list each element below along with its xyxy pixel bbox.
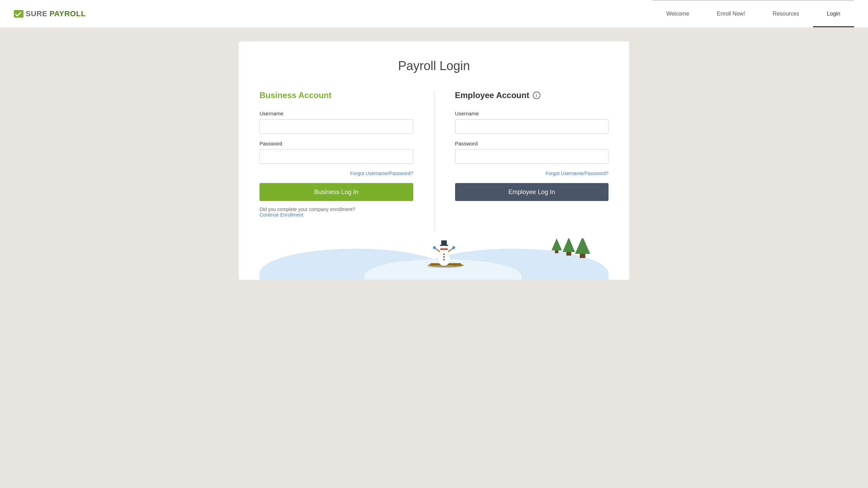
business-password-label: Password (260, 141, 413, 146)
employee-password-input[interactable] (455, 149, 609, 164)
svg-marker-22 (551, 238, 562, 250)
business-account-title: Business Account (260, 90, 413, 100)
nav-welcome[interactable]: Welcome (652, 0, 703, 27)
employee-username-group: Username (455, 111, 609, 134)
nav-login[interactable]: Login (813, 0, 854, 27)
page-title: Payroll Login (260, 59, 608, 73)
business-password-group: Password (260, 141, 413, 164)
employee-forgot-link[interactable]: Forgot Username/Password? (455, 171, 609, 176)
employee-info-icon[interactable]: i (533, 92, 540, 99)
svg-rect-9 (441, 240, 447, 245)
employee-username-input[interactable] (455, 119, 609, 134)
svg-rect-23 (555, 250, 558, 253)
employee-account-column: Employee Account i Username Password For… (434, 90, 609, 231)
business-username-label: Username (260, 111, 413, 116)
svg-rect-25 (566, 252, 571, 256)
business-username-input[interactable] (260, 119, 413, 134)
nav-resources[interactable]: Resources (759, 0, 813, 27)
svg-point-11 (442, 244, 443, 245)
employee-account-title: Employee Account i (455, 90, 609, 100)
svg-marker-26 (575, 238, 590, 254)
employee-password-label: Password (455, 141, 609, 146)
svg-point-21 (452, 246, 455, 249)
main-nav: Welcome Enroll Now! Resources Login (652, 0, 854, 27)
svg-point-17 (443, 259, 445, 260)
logo: SUREPAYROLL (14, 9, 86, 18)
logo-icon (14, 10, 23, 18)
winter-scene (260, 238, 608, 280)
svg-rect-14 (440, 248, 448, 250)
page-background: Payroll Login Business Account Username … (0, 28, 868, 280)
svg-marker-24 (563, 238, 575, 252)
business-password-input[interactable] (260, 149, 413, 164)
business-forgot-link[interactable]: Forgot Username/Password? (260, 171, 413, 176)
trees-area (550, 238, 591, 261)
svg-point-16 (443, 256, 445, 258)
logo-sure: SURE (26, 9, 47, 18)
snowman-sled (425, 238, 470, 269)
business-login-button[interactable]: Business Log In (260, 183, 413, 201)
svg-point-20 (433, 246, 436, 249)
login-columns: Business Account Username Password Forgo… (260, 90, 608, 231)
employee-password-group: Password (455, 141, 609, 164)
nav-enroll[interactable]: Enroll Now! (703, 0, 759, 27)
business-account-column: Business Account Username Password Forgo… (260, 90, 434, 231)
svg-rect-27 (580, 254, 585, 258)
header: SUREPAYROLL Welcome Enroll Now! Resource… (0, 0, 868, 28)
business-username-group: Username (260, 111, 413, 134)
svg-point-15 (443, 253, 445, 255)
login-card: Payroll Login Business Account Username … (239, 41, 629, 280)
svg-point-12 (445, 244, 446, 245)
continue-enrollment-link[interactable]: Continue Enrollment (260, 212, 303, 218)
enrollment-text: Did you complete your company enrollment… (260, 207, 413, 218)
employee-login-button[interactable]: Employee Log In (455, 183, 609, 201)
logo-payroll: PAYROLL (49, 9, 86, 18)
employee-username-label: Username (455, 111, 609, 116)
